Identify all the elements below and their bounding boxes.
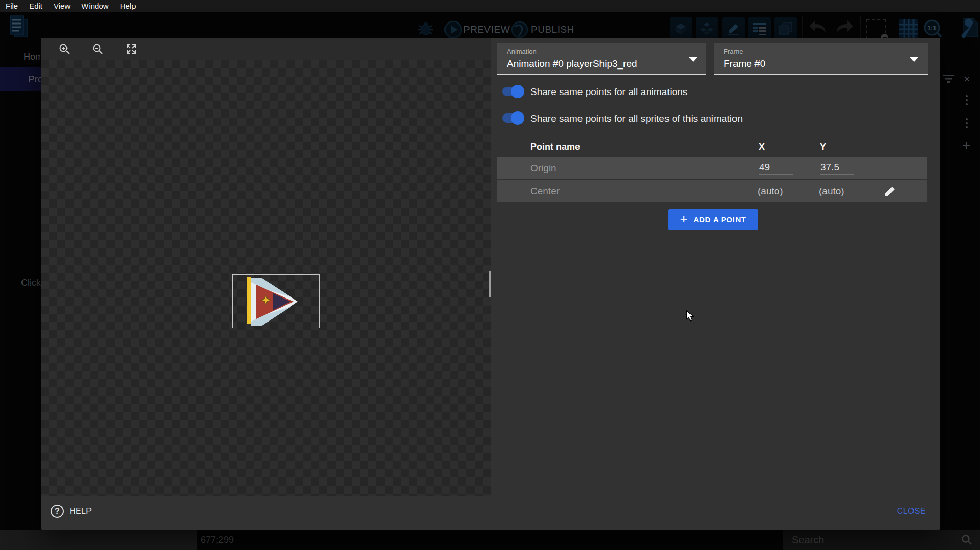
edit-icon[interactable] bbox=[883, 184, 897, 198]
frame-select[interactable]: Frame Frame #0 bbox=[714, 43, 928, 75]
add-point-button[interactable]: + ADD A POINT bbox=[668, 209, 758, 230]
close-button[interactable]: CLOSE bbox=[897, 507, 926, 516]
table-row-center: Center (auto) (auto) bbox=[497, 180, 927, 202]
help-button-label: HELP bbox=[70, 507, 92, 516]
player-ship-sprite bbox=[233, 275, 320, 329]
frame-select-label: Frame bbox=[724, 48, 743, 55]
sprite-canvas[interactable] bbox=[41, 60, 491, 496]
edit-points-dialog: Animation Animation #0 playerShip3_red F… bbox=[41, 38, 940, 530]
help-button[interactable]: ? HELP bbox=[51, 505, 92, 518]
origin-y-field[interactable]: 37.5 bbox=[820, 162, 854, 175]
center-x-value: (auto) bbox=[758, 186, 783, 197]
table-row-origin: Origin 49 37.5 bbox=[497, 157, 927, 179]
col-header-point-name: Point name bbox=[530, 142, 580, 152]
toggle-share-all-sprites-label: Share same points for all sprites of thi… bbox=[530, 113, 743, 124]
col-header-y: Y bbox=[820, 142, 826, 152]
menu-help[interactable]: Help bbox=[115, 0, 142, 12]
panel-scrollbar-handle[interactable] bbox=[489, 271, 491, 297]
chevron-down-icon bbox=[910, 57, 918, 62]
point-name: Center bbox=[530, 186, 560, 197]
animation-select[interactable]: Animation Animation #0 playerShip3_red bbox=[497, 43, 706, 75]
toggle-share-all-sprites[interactable] bbox=[502, 113, 523, 123]
animation-select-label: Animation bbox=[507, 48, 537, 55]
toggle-knob bbox=[511, 85, 524, 98]
sprite-canvas-toolbar bbox=[41, 38, 491, 60]
gdevelop-window: File Edit View Window Help PREVIEW PUBLI… bbox=[0, 0, 980, 550]
frame-select-value: Frame #0 bbox=[724, 58, 765, 70]
toggle-knob bbox=[511, 111, 524, 125]
menu-view[interactable]: View bbox=[48, 0, 76, 12]
toggle-share-all-animations-label: Share same points for all animations bbox=[530, 86, 687, 98]
col-header-x: X bbox=[759, 142, 765, 152]
center-y-value: (auto) bbox=[819, 186, 844, 197]
zoom-in-icon[interactable] bbox=[58, 43, 71, 55]
plus-icon: + bbox=[680, 212, 687, 225]
menu-file[interactable]: File bbox=[0, 0, 24, 12]
help-icon: ? bbox=[51, 505, 64, 518]
menu-edit[interactable]: Edit bbox=[24, 0, 48, 12]
sprite-selection-rect bbox=[232, 274, 320, 328]
origin-x-field[interactable]: 49 bbox=[759, 162, 793, 175]
menu-window[interactable]: Window bbox=[76, 0, 114, 12]
dialog-footer: ? HELP CLOSE bbox=[41, 496, 940, 530]
menu-bar: File Edit View Window Help bbox=[0, 0, 980, 12]
animation-select-value: Animation #0 playerShip3_red bbox=[507, 58, 637, 70]
toggle-share-all-animations[interactable] bbox=[502, 87, 523, 96]
chevron-down-icon bbox=[689, 57, 697, 62]
point-name: Origin bbox=[530, 163, 556, 174]
zoom-out-icon[interactable] bbox=[92, 43, 104, 55]
fit-to-screen-icon[interactable] bbox=[125, 43, 138, 55]
add-point-button-label: ADD A POINT bbox=[694, 215, 746, 224]
